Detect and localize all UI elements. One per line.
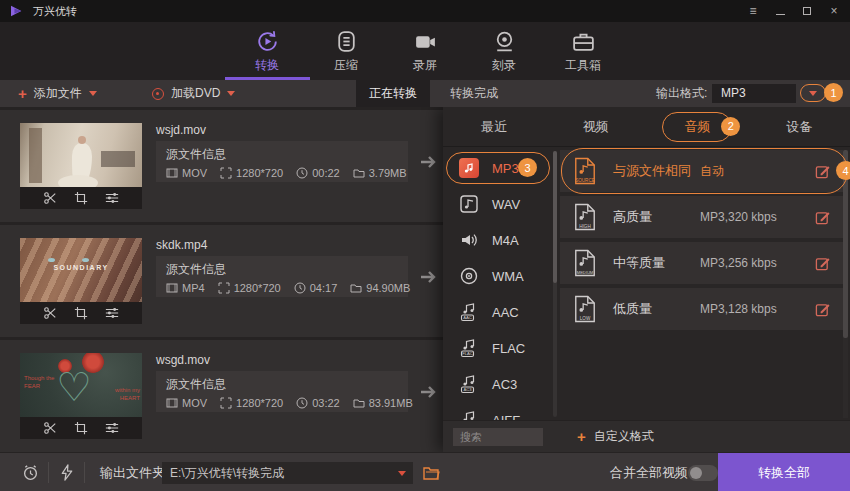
source-info-box: 源文件信息 MOV 1280*720 00:22 3.79MB	[156, 141, 408, 182]
video-thumbnail: ♡ Though the FEAR within my HEART	[20, 353, 142, 439]
app-title: 万兴优转	[33, 4, 77, 19]
high-speed-bolt-icon[interactable]	[60, 464, 74, 481]
tab-burn[interactable]: 刻录	[465, 22, 544, 80]
tab-audio[interactable]: 音频 2	[647, 107, 749, 146]
arrow-right-icon	[420, 155, 438, 169]
load-dvd-button[interactable]: 加载DVD	[152, 80, 235, 107]
folder-icon	[353, 167, 365, 179]
toolbox-icon	[571, 29, 596, 54]
search-input[interactable]	[453, 428, 543, 446]
tab-device[interactable]: 设备	[748, 107, 850, 146]
merge-videos-toggle[interactable]	[688, 465, 718, 481]
subtab-finished[interactable]: 转换完成	[437, 80, 511, 107]
annotation-badge-3: 3	[518, 158, 537, 177]
note-label-icon: AAC	[459, 302, 479, 322]
folder-icon	[350, 282, 362, 294]
effects-sliders-icon[interactable]	[105, 421, 119, 435]
close-button[interactable]: ×	[828, 5, 840, 17]
file-list: wsjd.mov 源文件信息 MOV 1280*720 00:22 3.79MB…	[0, 107, 443, 452]
maximize-button[interactable]	[801, 5, 813, 17]
resolution-icon	[218, 282, 230, 294]
format-panel-footer: + 自定义格式	[443, 420, 850, 452]
format-item-aiff[interactable]: AIFF	[443, 402, 560, 420]
chevron-down-icon	[89, 91, 97, 96]
tab-convert[interactable]: 转换	[228, 22, 307, 80]
preset-list-scrollbar[interactable]	[843, 150, 848, 418]
minimize-button[interactable]	[774, 5, 786, 17]
source-info-box: 源文件信息 MOV 1280*720 03:22 83.91MB	[156, 371, 408, 412]
trim-scissors-icon[interactable]	[43, 191, 57, 205]
resolution-icon	[220, 397, 232, 409]
mp3-icon	[459, 158, 479, 178]
preset-medium-quality[interactable]: MEDIUM 中等质量 MP3,256 kbps	[560, 242, 843, 284]
trim-scissors-icon[interactable]	[43, 306, 57, 320]
open-folder-icon[interactable]	[423, 466, 440, 480]
clock-icon	[294, 282, 306, 294]
preset-high-quality[interactable]: HIGH 高质量 MP3,320 kbps	[560, 196, 843, 238]
heart-glyph: ♡	[56, 367, 92, 407]
crop-icon[interactable]	[74, 191, 88, 205]
burn-icon	[492, 29, 517, 54]
file-name: skdk.mp4	[156, 238, 207, 252]
preset-same-as-source[interactable]: SOURCE 与源文件相同 自动 4	[560, 150, 843, 192]
tab-screen-record[interactable]: 录屏	[386, 22, 465, 80]
menu-icon[interactable]: ≡	[747, 5, 759, 17]
schedule-clock-icon[interactable]	[22, 464, 39, 481]
source-info-title: 源文件信息	[166, 261, 398, 278]
film-icon	[166, 397, 178, 409]
format-list-scrollbar[interactable]	[553, 151, 557, 417]
effects-sliders-icon[interactable]	[105, 191, 119, 205]
edit-icon[interactable]	[815, 210, 830, 225]
output-format-dropdown-button[interactable]	[800, 84, 826, 102]
svg-text:SOURCE: SOURCE	[575, 178, 595, 183]
preset-low-quality[interactable]: LOW 低质量 MP3,128 kbps	[560, 288, 843, 330]
divider	[84, 462, 85, 483]
main-nav: 转换 压缩 录屏 刻录 工具箱	[0, 22, 850, 80]
output-format-select[interactable]: MP3	[712, 84, 796, 103]
crop-icon[interactable]	[74, 421, 88, 435]
chevron-down-icon	[398, 471, 406, 476]
edit-icon[interactable]	[815, 256, 830, 271]
add-file-button[interactable]: + 添加文件	[18, 80, 97, 107]
effects-sliders-icon[interactable]	[105, 306, 119, 320]
tab-compress[interactable]: 压缩	[307, 22, 386, 80]
edit-icon[interactable]	[815, 302, 830, 317]
chevron-down-icon	[809, 91, 817, 96]
speaker-round-icon	[459, 266, 479, 286]
audio-doc-icon: HIGH	[573, 203, 597, 231]
source-info-title: 源文件信息	[166, 376, 398, 393]
compress-icon	[334, 29, 359, 54]
subtab-converting[interactable]: 正在转换	[356, 80, 430, 107]
trim-scissors-icon[interactable]	[43, 421, 57, 435]
app-logo-icon	[10, 5, 24, 17]
tab-video[interactable]: 视频	[545, 107, 647, 146]
crop-icon[interactable]	[74, 306, 88, 320]
tab-toolbox[interactable]: 工具箱	[544, 22, 623, 80]
svg-text:AAC: AAC	[463, 315, 472, 320]
format-panel-tabs: 最近 视频 音频 2 设备	[443, 107, 850, 147]
edit-icon[interactable]	[815, 164, 830, 179]
annotation-badge-4: 4	[836, 161, 850, 180]
status-bar: 输出文件夹 E:\万兴优转\转换完成 合并全部视频 转换全部	[0, 452, 850, 491]
plus-icon: +	[577, 429, 586, 444]
format-item-wma[interactable]: WMA	[443, 258, 560, 294]
output-folder-path[interactable]: E:\万兴优转\转换完成	[162, 462, 413, 484]
format-item-aac[interactable]: AAC AAC	[443, 294, 560, 330]
note-label-icon: AC3	[459, 374, 479, 394]
format-item-flac[interactable]: FLAC FLAC	[443, 330, 560, 366]
custom-format-button[interactable]: + 自定义格式	[577, 428, 654, 445]
svg-text:HIGH: HIGH	[579, 224, 591, 229]
file-row-skdk[interactable]: SOUNDIARY skdk.mp4 源文件信息 MP4 1280*720 04…	[0, 225, 443, 337]
video-thumbnail: SOUNDIARY	[20, 238, 142, 324]
tab-recent[interactable]: 最近	[443, 107, 545, 146]
format-item-wav[interactable]: WAV	[443, 186, 560, 222]
output-format-label: 输出格式:	[656, 80, 707, 107]
format-item-m4a[interactable]: M4A	[443, 222, 560, 258]
convert-all-button[interactable]: 转换全部	[718, 453, 850, 491]
merge-videos-label: 合并全部视频	[610, 453, 688, 491]
file-row-wsjd[interactable]: wsjd.mov 源文件信息 MOV 1280*720 00:22 3.79MB	[0, 110, 443, 222]
svg-text:LOW: LOW	[580, 316, 591, 321]
file-row-wsgd[interactable]: ♡ Though the FEAR within my HEART wsgd.m…	[0, 340, 443, 452]
format-item-ac3[interactable]: AC3 AC3	[443, 366, 560, 402]
format-item-mp3[interactable]: MP3	[443, 150, 560, 186]
